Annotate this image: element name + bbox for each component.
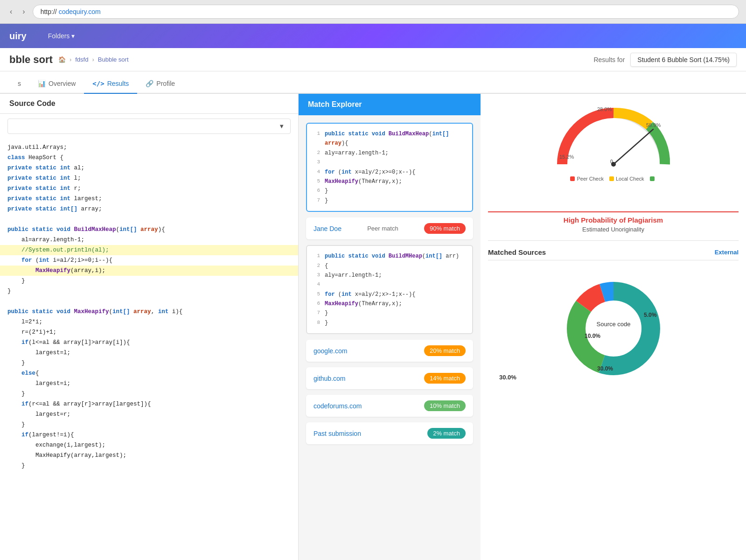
past-submission-item[interactable]: Past submission 2% match bbox=[306, 422, 473, 444]
svg-line-0 bbox=[614, 129, 653, 164]
source-code-container[interactable]: java.util.Arrays; class HeapSort { priva… bbox=[0, 139, 298, 560]
code-line-13: MaxHeapify(array,i); bbox=[0, 266, 298, 276]
match-content[interactable]: 1 public static void BuildMaxHeap(int[] … bbox=[299, 115, 481, 560]
code-line-17: public static void MaxHeapify(int[] arra… bbox=[0, 307, 298, 317]
jane-line-4: 4 bbox=[313, 280, 467, 289]
past-submission-badge: 2% match bbox=[427, 428, 466, 439]
forward-button[interactable]: › bbox=[20, 7, 28, 17]
match-line-4: 4 for (int x=aly/2;x>=0;x--){ bbox=[313, 168, 467, 177]
code-line-29: if(largest!=i){ bbox=[0, 430, 298, 440]
code-line-10: al=array.length-1; bbox=[0, 235, 298, 245]
jane-doe-badge: 90% match bbox=[424, 223, 466, 234]
tab-profile[interactable]: 🔗 Profile bbox=[137, 74, 183, 94]
github-name: github.com bbox=[314, 375, 345, 382]
code-line-6: private static int largest; bbox=[0, 194, 298, 204]
codeforums-name: codeforums.com bbox=[314, 402, 362, 410]
legend-local-check: Local Check bbox=[609, 176, 644, 182]
results-for-value: Student 6 Bubble Sort (14.75%) bbox=[630, 53, 737, 67]
local-check-dot bbox=[609, 176, 614, 181]
google-badge: 20% match bbox=[424, 345, 466, 356]
breadcrumb-right: Results for Student 6 Bubble Sort (14.75… bbox=[593, 53, 737, 67]
code-line-30: exchange(i,largest); bbox=[0, 440, 298, 450]
github-badge: 14% match bbox=[424, 373, 466, 384]
svg-text:15.2%: 15.2% bbox=[559, 154, 574, 160]
code-icon: </> bbox=[92, 80, 104, 87]
code-line-1: java.util.Arrays; bbox=[0, 142, 298, 153]
svg-text:0: 0 bbox=[610, 159, 613, 164]
match-code-inner-jane: 1 public static void BuildMHeap(int[] ar… bbox=[307, 246, 472, 333]
code-line-11: //System.out.println(al); bbox=[0, 245, 298, 255]
external-link[interactable]: External bbox=[715, 249, 739, 256]
tab-bar: s 📊 Overview </> Results 🔗 Profile bbox=[0, 71, 746, 94]
web-check-dot bbox=[650, 176, 655, 181]
jane-line-7: 7 } bbox=[313, 308, 467, 318]
browser-chrome: ‹ › http:// codequiry.com bbox=[0, 0, 746, 24]
svg-text:28.0%: 28.0% bbox=[597, 106, 612, 112]
url-bar[interactable]: http:// codequiry.com bbox=[33, 5, 739, 19]
breadcrumb-link2[interactable]: Bubble sort bbox=[98, 56, 129, 63]
code-line-9: public static void BuildMaxHeap(int[] ar… bbox=[0, 224, 298, 235]
code-line-3: private static int al; bbox=[0, 163, 298, 173]
code-line-24: largest=i; bbox=[0, 378, 298, 389]
matched-sources-title: Matched Sources bbox=[488, 248, 546, 256]
code-line-15: } bbox=[0, 286, 298, 296]
match-code-block-jane: 1 public static void BuildMHeap(int[] ar… bbox=[306, 245, 473, 334]
dropdown-arrow: ▼ bbox=[279, 123, 285, 130]
match-panel: Match Explorer 1 public static void Buil… bbox=[299, 94, 481, 560]
back-button[interactable]: ‹ bbox=[7, 7, 15, 17]
jane-line-3: 3 aly=arr.length-1; bbox=[313, 271, 467, 280]
jane-doe-name: Jane Doe bbox=[314, 225, 342, 232]
match-line-3: 3 bbox=[313, 158, 467, 167]
code-line-21: largest=l; bbox=[0, 348, 298, 358]
code-line-5: private static int r; bbox=[0, 183, 298, 194]
match-line-1: 1 public static void BuildMaxHeap(int[] … bbox=[313, 129, 467, 148]
svg-text:5.0%: 5.0% bbox=[644, 312, 657, 318]
gauge-legend: Peer Check Local Check bbox=[570, 176, 656, 182]
donut-container: 10.0% 5.0% 30.0% Source code 30.0% bbox=[488, 268, 739, 389]
code-line-26: if(r<=al && array[r]>array[largest]){ bbox=[0, 399, 298, 409]
code-line-4: private static int l; bbox=[0, 173, 298, 183]
code-line-12: for (int i=al/2;i>=0;i--){ bbox=[0, 255, 298, 266]
breadcrumb: 🏠 › fdsfd › Bubble sort bbox=[58, 56, 129, 63]
home-icon[interactable]: 🏠 bbox=[58, 56, 66, 63]
tab-overview[interactable]: 📊 Overview bbox=[29, 74, 84, 94]
tab-s[interactable]: s bbox=[9, 74, 29, 94]
jane-line-5: 5 for (int x=aly/2;x>-1;x--){ bbox=[313, 290, 467, 299]
tab-results[interactable]: </> Results bbox=[84, 74, 137, 94]
code-line-2: class HeapSort { bbox=[0, 153, 298, 163]
matched-sources-header: Matched Sources External bbox=[488, 248, 739, 260]
chart-icon: 📊 bbox=[38, 80, 46, 87]
donut-chart: 10.0% 5.0% 30.0% Source code bbox=[558, 273, 669, 385]
plagiarism-label: High Probability of Plagiarism bbox=[488, 216, 739, 224]
github-item[interactable]: github.com 14% match bbox=[306, 367, 473, 389]
jane-line-6: 6 MaxHeapify(TheArray,x); bbox=[313, 299, 467, 308]
code-line-27: largest=r; bbox=[0, 409, 298, 420]
results-for-label: Results for bbox=[593, 56, 625, 63]
breadcrumb-bar: bble sort 🏠 › fdsfd › Bubble sort Result… bbox=[0, 48, 746, 71]
app-navbar: uiry Folders ▾ bbox=[0, 24, 746, 48]
codeforums-badge: 10% match bbox=[424, 400, 466, 411]
peer-match-label: Peer match bbox=[367, 225, 398, 232]
code-line-28: } bbox=[0, 420, 298, 430]
jane-doe-item[interactable]: Jane Doe Peer match 90% match bbox=[306, 217, 473, 239]
breadcrumb-link1[interactable]: fdsfd bbox=[75, 56, 88, 63]
svg-text:58.9%: 58.9% bbox=[646, 122, 661, 128]
code-line-31: MaxHeapify(array,largest); bbox=[0, 450, 298, 461]
jane-line-1: 1 public static void BuildMHeap(int[] ar… bbox=[313, 252, 467, 261]
peer-check-dot bbox=[570, 176, 575, 181]
code-line-14: } bbox=[0, 276, 298, 286]
source-dropdown[interactable]: ▼ bbox=[7, 119, 291, 134]
divider bbox=[488, 240, 739, 241]
tab-results-label: Results bbox=[107, 80, 129, 87]
url-prefix: http:// bbox=[41, 8, 57, 15]
codeforums-item[interactable]: codeforums.com 10% match bbox=[306, 395, 473, 417]
folders-nav[interactable]: Folders ▾ bbox=[41, 24, 83, 48]
google-item[interactable]: google.com 20% match bbox=[306, 340, 473, 362]
chevron-icon: ▾ bbox=[71, 32, 75, 40]
code-line-19: r=(2*i)+1; bbox=[0, 327, 298, 337]
code-line-18: l=2*i; bbox=[0, 317, 298, 327]
match-line-7: 7 } bbox=[313, 196, 467, 205]
code-line-32: } bbox=[0, 461, 298, 471]
source-code-header: Source Code bbox=[0, 94, 298, 114]
page-title: bble sort bbox=[9, 54, 53, 66]
